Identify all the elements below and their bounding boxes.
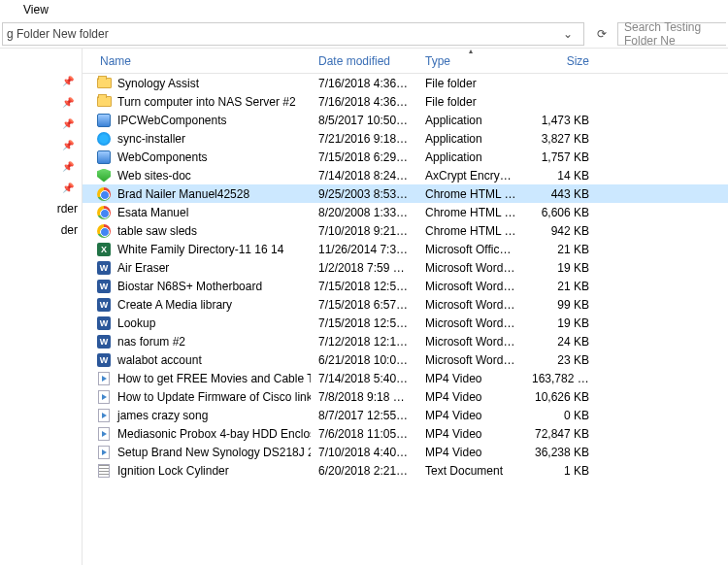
cell-name: sync-installer [83,131,311,147]
pin-icon: 📌 [62,183,74,193]
nav-pin-item[interactable]: 📌 [0,155,82,177]
table-row[interactable]: Create A Media library7/15/2018 6:57 PMM… [83,295,728,314]
nav-tree-item[interactable]: der [0,219,82,241]
nav-pane[interactable]: 📌📌📌📌📌📌 rderder [0,49,83,565]
pin-icon: 📌 [62,118,74,129]
breadcrumb[interactable]: g Folder New folder [3,23,109,45]
cell-type: Microsoft Word D... [417,335,524,349]
history-dropdown-icon[interactable]: ⌄ [558,24,578,44]
search-input[interactable]: Search Testing Folder Ne [617,22,726,46]
col-name[interactable]: Name [83,49,311,73]
cell-size: 14 KB [524,169,597,183]
col-type[interactable]: ▴ Type [417,49,524,73]
app-icon [96,113,112,128]
word-icon [96,260,112,276]
cell-type: MP4 Video [417,372,524,385]
cell-size: 21 KB [524,280,597,293]
table-row[interactable]: Setup Brand New Synology DS218J 2-Bay...… [83,443,728,461]
cell-name: walabot account [83,352,311,368]
nav-tree-item[interactable]: rder [0,198,82,219]
cell-size: 163,782 KB [524,372,597,385]
table-row[interactable]: WebComponents7/15/2018 6:29 PMApplicatio… [83,148,728,166]
mp4-icon [96,371,112,386]
cell-type: MP4 Video [417,409,524,422]
table-row[interactable]: sync-installer7/21/2016 9:18 PMApplicati… [83,129,728,148]
cell-date: 7/14/2018 8:24 PM [311,169,417,183]
col-date[interactable]: Date modified [311,49,417,73]
cell-size: 443 KB [524,187,597,201]
cell-name: Air Eraser [83,260,311,276]
cell-name: Brad Nailer Manuel42528 [83,186,311,202]
cell-type: Application [417,114,524,127]
cell-size: 1 KB [524,464,597,478]
word-icon [96,334,112,349]
cell-date: 7/10/2018 9:21 PM [311,224,417,238]
file-name: Air Eraser [117,261,169,275]
file-name: Turn computer into NAS Server #2 [117,95,296,109]
folder-icon [96,76,112,91]
chrome-icon [96,223,112,239]
cell-type: Chrome HTML Do... [417,206,524,219]
cell-size: 36,238 KB [524,446,597,459]
table-row[interactable]: Ignition Lock Cylinder6/20/2018 2:21 AMT… [83,461,728,480]
cell-name: nas forum #2 [83,334,311,349]
nav-pin-item[interactable]: 📌 [0,177,82,198]
nav-pin-item[interactable]: 📌 [0,70,82,91]
cell-name: Setup Brand New Synology DS218J 2-Bay... [83,445,311,460]
mp4-icon [96,426,112,442]
table-row[interactable]: Turn computer into NAS Server #27/16/201… [83,92,728,111]
cell-date: 7/16/2018 4:36 PM [311,77,417,90]
col-size[interactable]: Size [524,49,597,73]
cell-type: Microsoft Word D... [417,316,524,330]
table-row[interactable]: Esata Manuel8/20/2008 1:33 AMChrome HTML… [83,203,728,221]
cell-date: 8/7/2017 12:55 AM [311,409,417,422]
cell-size: 21 KB [524,243,597,256]
file-name: sync-installer [117,132,185,146]
table-row[interactable]: Web sites-doc7/14/2018 8:24 PMAxCrypt En… [83,166,728,184]
nav-pin-item[interactable]: 📌 [0,91,82,113]
table-row[interactable]: How to Update Firmware of Cisco linksys.… [83,387,728,406]
cell-type: AxCrypt Encrypte... [417,169,524,183]
nav-pin-item[interactable]: 📌 [0,134,82,155]
cell-type: Application [417,150,524,164]
cell-date: 7/14/2018 5:40 PM [311,372,417,385]
table-row[interactable]: Brad Nailer Manuel425289/25/2003 8:53 PM… [83,184,728,203]
cell-type: Chrome HTML Do... [417,187,524,201]
file-name: Brad Nailer Manuel42528 [117,187,249,201]
cell-size: 24 KB [524,335,597,349]
cell-date: 7/12/2018 12:15 AM [311,335,417,349]
table-row[interactable]: IPCWebComponents8/5/2017 10:50 AMApplica… [83,111,728,129]
column-headers[interactable]: Name Date modified ▴ Type Size [83,49,728,74]
table-row[interactable]: james crazy song8/7/2017 12:55 AMMP4 Vid… [83,406,728,424]
cell-size: 23 KB [524,353,597,367]
cell-type: Microsoft Word D... [417,298,524,312]
cell-size: 72,847 KB [524,427,597,441]
menu-view[interactable]: View [17,1,54,18]
shield-icon [96,168,112,183]
nav-pin-item[interactable]: 📌 [0,113,82,134]
word-icon [96,279,112,294]
table-row[interactable]: Biostar N68S+ Motherboard7/15/2018 12:52… [83,277,728,295]
table-row[interactable]: Air Eraser1/2/2018 7:59 PMMicrosoft Word… [83,258,728,277]
addressbar[interactable]: g Folder New folder ⌄ [2,22,584,46]
cell-size: 6,606 KB [524,206,597,219]
word-icon [96,352,112,368]
table-row[interactable]: How to get FREE Movies and Cable TV sh..… [83,369,728,387]
table-row[interactable]: walabot account6/21/2018 10:04 AMMicroso… [83,350,728,369]
table-row[interactable]: Synology Assist7/16/2018 4:36 PMFile fol… [83,74,728,92]
cell-type: Microsoft Word D... [417,353,524,367]
table-row[interactable]: Lookup7/15/2018 12:59 AMMicrosoft Word D… [83,314,728,332]
table-row[interactable]: table saw sleds7/10/2018 9:21 PMChrome H… [83,221,728,240]
cell-size: 10,626 KB [524,390,597,404]
cell-type: Microsoft Word D... [417,261,524,275]
pin-icon: 📌 [62,161,74,172]
addressbar-row: g Folder New folder ⌄ ⟳ Search Testing F… [0,19,728,49]
word-icon [96,297,112,313]
table-row[interactable]: Mediasonic Probox 4-bay HDD Enclosure...… [83,424,728,443]
table-row[interactable]: nas forum #27/12/2018 12:15 AMMicrosoft … [83,332,728,350]
file-name: How to Update Firmware of Cisco linksys.… [117,390,311,404]
cell-date: 1/2/2018 7:59 PM [311,261,417,275]
table-row[interactable]: White Family Directory-11 16 1411/26/201… [83,240,728,258]
refresh-icon[interactable]: ⟳ [592,24,612,44]
cell-date: 11/26/2014 7:30 PM [311,243,417,256]
